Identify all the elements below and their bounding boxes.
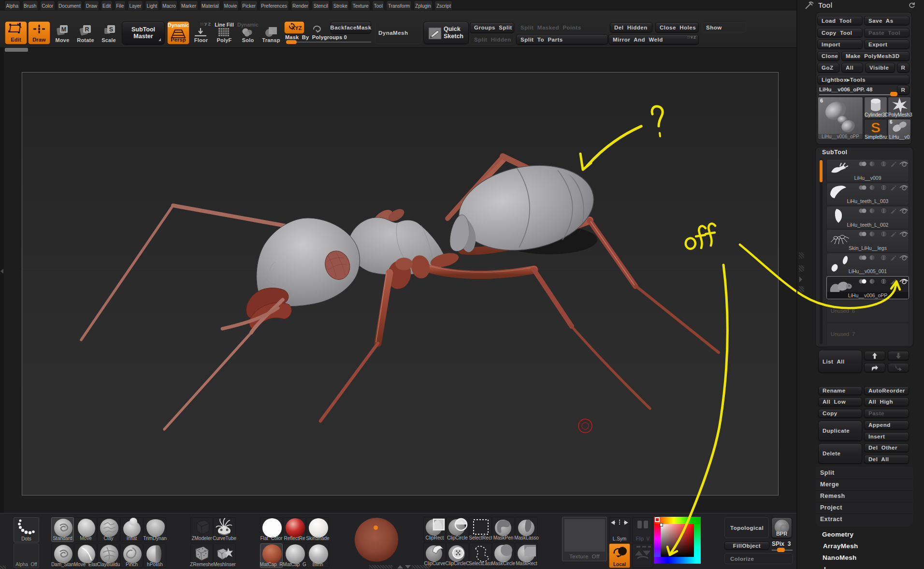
svg-text:M: M: [61, 26, 66, 33]
svg-text:S: S: [109, 26, 113, 33]
svg-text:R: R: [85, 26, 89, 33]
svg-text:XYZ: XYZ: [291, 25, 302, 31]
svg-text:S: S: [871, 119, 881, 135]
